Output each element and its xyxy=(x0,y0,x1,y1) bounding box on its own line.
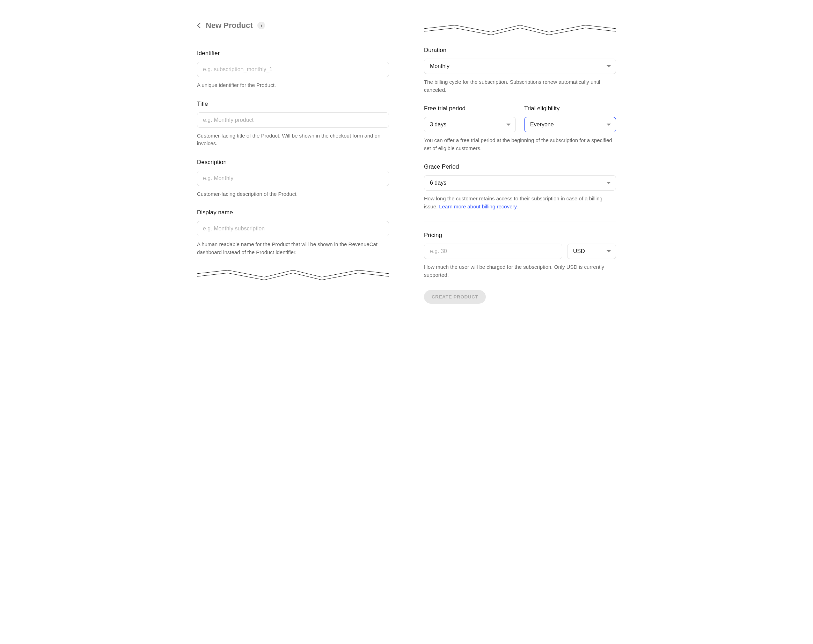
right-column: Duration Monthly The billing cycle for t… xyxy=(424,21,616,304)
grace-period-group: Grace Period 6 days How long the custome… xyxy=(424,164,616,211)
description-label: Description xyxy=(197,159,389,166)
display-name-input[interactable] xyxy=(197,221,389,236)
trial-eligibility-label: Trial eligibility xyxy=(524,105,616,112)
grace-period-select[interactable]: 6 days xyxy=(424,175,616,191)
display-name-help: A human readable name for the Product th… xyxy=(197,240,389,256)
pricing-group: Pricing USD How much the user will be ch… xyxy=(424,232,616,279)
page-title: New Product xyxy=(206,21,253,30)
display-name-label: Display name xyxy=(197,209,389,216)
truncated-indicator-icon xyxy=(424,24,616,38)
grace-period-value: 6 days xyxy=(430,180,446,186)
free-trial-select[interactable]: 3 days xyxy=(424,117,516,132)
grace-period-label: Grace Period xyxy=(424,164,616,170)
trial-eligibility-value: Everyone xyxy=(530,121,554,128)
trial-help: You can offer a free trial period at the… xyxy=(424,136,616,152)
section-divider xyxy=(424,222,616,222)
free-trial-label: Free trial period xyxy=(424,105,516,112)
grace-period-help: How long the customer retains access to … xyxy=(424,195,616,211)
trial-row: Free trial period 3 days Trial eligibili… xyxy=(424,105,616,152)
title-input[interactable] xyxy=(197,112,389,128)
price-input[interactable] xyxy=(424,244,562,259)
duration-label: Duration xyxy=(424,47,616,54)
pricing-help: How much the user will be charged for th… xyxy=(424,263,616,279)
duration-value: Monthly xyxy=(430,63,449,69)
billing-recovery-link[interactable]: Learn more about billing recovery. xyxy=(439,203,518,210)
currency-select[interactable]: USD xyxy=(567,244,616,259)
title-label: Title xyxy=(197,101,389,107)
identifier-help: A unique identifier for the Product. xyxy=(197,81,389,89)
back-chevron-icon[interactable] xyxy=(197,22,201,29)
description-help: Customer-facing description of the Produ… xyxy=(197,190,389,198)
identifier-group: Identifier A unique identifier for the P… xyxy=(197,50,389,89)
description-input[interactable] xyxy=(197,171,389,186)
duration-select[interactable]: Monthly xyxy=(424,59,616,74)
currency-value: USD xyxy=(573,248,585,254)
create-product-button[interactable]: CREATE PRODUCT xyxy=(424,290,486,304)
pricing-label: Pricing xyxy=(424,232,616,239)
left-column: New Product i Identifier A unique identi… xyxy=(197,21,389,304)
duration-help: The billing cycle for the subscription. … xyxy=(424,78,616,94)
truncated-indicator-icon xyxy=(197,268,389,281)
title-group: Title Customer-facing title of the Produ… xyxy=(197,101,389,148)
info-icon[interactable]: i xyxy=(258,21,265,29)
display-name-group: Display name A human readable name for t… xyxy=(197,209,389,256)
duration-group: Duration Monthly The billing cycle for t… xyxy=(424,47,616,94)
trial-eligibility-select[interactable]: Everyone xyxy=(524,117,616,132)
title-help: Customer-facing title of the Product. Wi… xyxy=(197,132,389,148)
free-trial-value: 3 days xyxy=(430,121,446,128)
description-group: Description Customer-facing description … xyxy=(197,159,389,198)
page-header: New Product i xyxy=(197,21,389,40)
identifier-input[interactable] xyxy=(197,62,389,77)
identifier-label: Identifier xyxy=(197,50,389,57)
